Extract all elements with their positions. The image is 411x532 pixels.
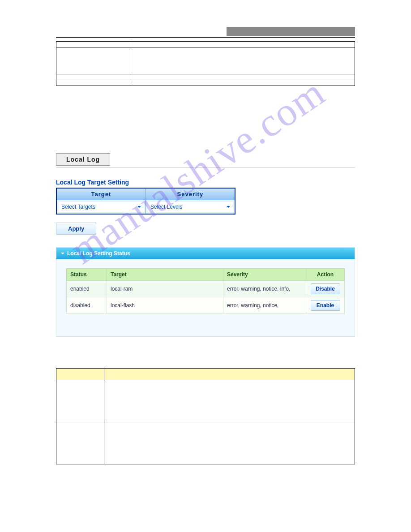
cell-status: enabled bbox=[67, 281, 107, 297]
cell-status: disabled bbox=[67, 297, 107, 314]
col-severity: Severity bbox=[223, 269, 306, 281]
lower-table bbox=[56, 368, 355, 464]
chevron-down-icon bbox=[61, 253, 64, 256]
header-bar bbox=[56, 27, 355, 36]
chevron-down-icon bbox=[137, 206, 141, 210]
form-table: Target Severity Select Targets Select Le… bbox=[56, 188, 235, 215]
col-action: Action bbox=[306, 269, 345, 281]
severity-select[interactable]: Select Levels bbox=[148, 202, 233, 212]
upper-table bbox=[56, 41, 355, 86]
panel-title: Local Log Setting Status bbox=[67, 250, 130, 257]
panel-header[interactable]: Local Log Setting Status bbox=[56, 248, 355, 259]
col-target: Target bbox=[107, 269, 223, 281]
target-select[interactable]: Select Targets bbox=[59, 202, 144, 212]
form-title: Local Log Target Setting bbox=[56, 179, 355, 186]
target-select-text: Select Targets bbox=[61, 204, 95, 210]
col-status: Status bbox=[67, 269, 107, 281]
section-divider bbox=[56, 167, 355, 168]
col-target: Target bbox=[56, 188, 146, 200]
table-row: enabled local-ram error, warning, notice… bbox=[67, 281, 345, 297]
apply-button[interactable]: Apply bbox=[56, 223, 96, 235]
enable-button[interactable]: Enable bbox=[311, 300, 340, 311]
severity-select-text: Select Levels bbox=[150, 204, 182, 210]
tab-local-log: Local Log bbox=[56, 153, 110, 166]
cell-severity: error, warning, notice, bbox=[223, 297, 306, 314]
status-panel: Local Log Setting Status Status Target S… bbox=[56, 247, 355, 337]
disable-button[interactable]: Disable bbox=[311, 283, 340, 294]
status-grid: Status Target Severity Action enabled lo… bbox=[66, 268, 345, 314]
chevron-down-icon bbox=[227, 206, 230, 210]
cell-target: local-ram bbox=[107, 281, 223, 297]
cell-target: local-flash bbox=[107, 297, 223, 314]
cell-severity: error, warning, notice, info, bbox=[223, 281, 306, 297]
header-rule bbox=[56, 37, 355, 38]
col-severity: Severity bbox=[146, 188, 235, 200]
table-row: disabled local-flash error, warning, not… bbox=[67, 297, 345, 314]
